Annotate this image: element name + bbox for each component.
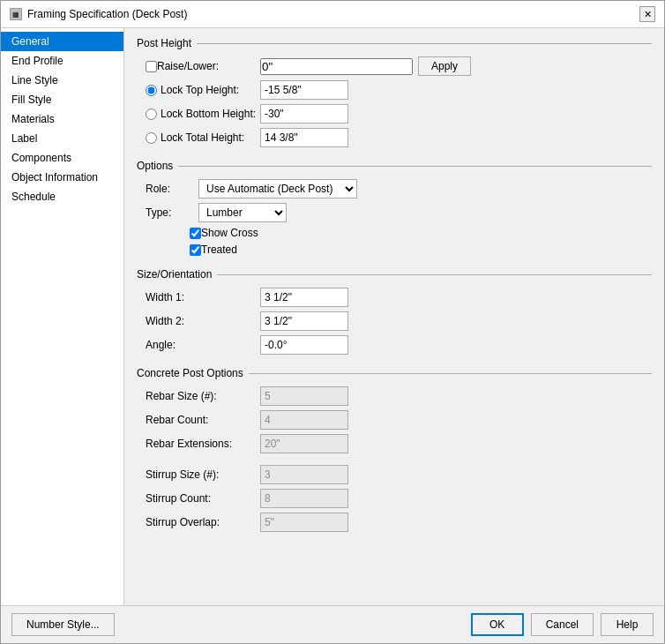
dialog-icon: ▦ — [10, 8, 22, 20]
angle-label: Angle: — [146, 339, 260, 351]
stirrup-count-row: Stirrup Count: — [137, 489, 652, 508]
dialog-title: Framing Specification (Deck Post) — [27, 8, 187, 20]
sidebar: General End Profile Line Style Fill Styl… — [1, 28, 124, 605]
help-button[interactable]: Help — [601, 613, 654, 636]
stirrup-overlap-row: Stirrup Overlap: — [137, 513, 652, 532]
lock-total-radio[interactable] — [146, 132, 157, 144]
stirrup-overlap-input — [260, 513, 348, 532]
width1-input[interactable] — [260, 288, 348, 307]
sidebar-item-end-profile[interactable]: End Profile — [1, 51, 123, 71]
dialog-body: General End Profile Line Style Fill Styl… — [1, 28, 664, 605]
stirrup-size-row: Stirrup Size (#): — [137, 465, 652, 484]
rebar-extensions-row: Rebar Extensions: — [137, 434, 652, 453]
angle-input[interactable] — [260, 335, 348, 355]
sidebar-item-fill-style[interactable]: Fill Style — [1, 90, 123, 109]
dialog-footer: Number Style... OK Cancel Help — [1, 605, 664, 643]
sidebar-item-components[interactable]: Components — [1, 148, 123, 168]
cancel-button[interactable]: Cancel — [531, 613, 594, 636]
lock-bottom-row: Lock Bottom Height: — [137, 104, 652, 124]
rebar-size-label: Rebar Size (#): — [146, 390, 260, 402]
framing-specification-dialog: ▦ Framing Specification (Deck Post) ✕ Ge… — [0, 0, 665, 644]
lock-top-label: Lock Top Height: — [146, 84, 260, 96]
treated-checkbox[interactable] — [190, 244, 201, 256]
type-label: Type: — [146, 206, 198, 219]
rebar-extensions-input — [260, 434, 348, 453]
rebar-size-input — [260, 386, 348, 406]
size-orientation-section: Size/Orientation Width 1: Width 2: Angle… — [137, 268, 652, 355]
show-cross-checkbox[interactable] — [190, 228, 201, 239]
apply-button[interactable]: Apply — [418, 56, 471, 76]
raise-lower-label-container: Raise/Lower: — [146, 60, 260, 72]
post-height-section: Post Height Raise/Lower: Apply Lock Top — [137, 37, 652, 147]
stirrup-size-label: Stirrup Size (#): — [146, 468, 260, 481]
role-label: Role: — [146, 183, 198, 195]
width1-label: Width 1: — [146, 291, 260, 303]
main-content: Post Height Raise/Lower: Apply Lock Top — [124, 28, 664, 605]
options-header: Options — [137, 160, 652, 172]
rebar-count-row: Rebar Count: — [137, 410, 652, 430]
concrete-post-header: Concrete Post Options — [137, 367, 652, 379]
raise-lower-label: Raise/Lower: — [157, 60, 219, 72]
footer-left: Number Style... — [11, 613, 115, 636]
title-bar-left: ▦ Framing Specification (Deck Post) — [10, 8, 187, 20]
type-row: Type: Lumber — [137, 203, 652, 222]
ok-button[interactable]: OK — [471, 613, 524, 636]
rebar-count-input — [260, 410, 348, 430]
lock-total-row: Lock Total Height: — [137, 128, 652, 147]
stirrup-overlap-label: Stirrup Overlap: — [146, 516, 260, 528]
sidebar-item-object-information[interactable]: Object Information — [1, 168, 123, 187]
width1-row: Width 1: — [137, 288, 652, 307]
stirrup-count-label: Stirrup Count: — [146, 492, 260, 505]
options-section: Options Role: Use Automatic (Deck Post) … — [137, 160, 652, 256]
lock-bottom-label: Lock Bottom Height: — [146, 108, 260, 120]
lock-bottom-input[interactable] — [260, 104, 348, 124]
treated-label: Treated — [201, 243, 237, 256]
sidebar-item-line-style[interactable]: Line Style — [1, 71, 123, 90]
post-height-header: Post Height — [137, 37, 652, 49]
show-cross-label: Show Cross — [201, 227, 258, 239]
footer-right: OK Cancel Help — [471, 613, 654, 636]
rebar-count-label: Rebar Count: — [146, 414, 260, 426]
width2-label: Width 2: — [146, 315, 260, 327]
angle-row: Angle: — [137, 335, 652, 355]
sidebar-item-label[interactable]: Label — [1, 129, 123, 148]
raise-lower-checkbox[interactable] — [146, 61, 157, 72]
width2-input[interactable] — [260, 311, 348, 331]
lock-total-input[interactable] — [260, 128, 348, 147]
lock-top-input[interactable] — [260, 80, 348, 100]
raise-lower-input[interactable] — [260, 58, 413, 75]
stirrup-count-input — [260, 489, 348, 508]
size-orientation-header: Size/Orientation — [137, 268, 652, 281]
lock-top-row: Lock Top Height: — [137, 80, 652, 100]
treated-row: Treated — [137, 243, 652, 256]
role-row: Role: Use Automatic (Deck Post) — [137, 179, 652, 198]
rebar-extensions-label: Rebar Extensions: — [146, 438, 260, 450]
lock-total-label: Lock Total Height: — [146, 131, 260, 144]
title-bar: ▦ Framing Specification (Deck Post) ✕ — [1, 1, 664, 28]
concrete-post-section: Concrete Post Options Rebar Size (#): Re… — [137, 367, 652, 532]
show-cross-row: Show Cross — [137, 227, 652, 239]
raise-lower-row: Raise/Lower: Apply — [137, 56, 652, 76]
stirrup-size-input — [260, 465, 348, 484]
lock-top-radio[interactable] — [146, 85, 157, 96]
number-style-button[interactable]: Number Style... — [11, 613, 115, 636]
type-select[interactable]: Lumber — [198, 203, 287, 222]
sidebar-item-general[interactable]: General — [1, 32, 123, 51]
close-button[interactable]: ✕ — [639, 6, 655, 22]
sidebar-item-materials[interactable]: Materials — [1, 109, 123, 129]
rebar-size-row: Rebar Size (#): — [137, 386, 652, 406]
width2-row: Width 2: — [137, 311, 652, 331]
lock-bottom-radio[interactable] — [146, 109, 157, 120]
sidebar-item-schedule[interactable]: Schedule — [1, 187, 123, 206]
role-select[interactable]: Use Automatic (Deck Post) — [198, 179, 357, 198]
